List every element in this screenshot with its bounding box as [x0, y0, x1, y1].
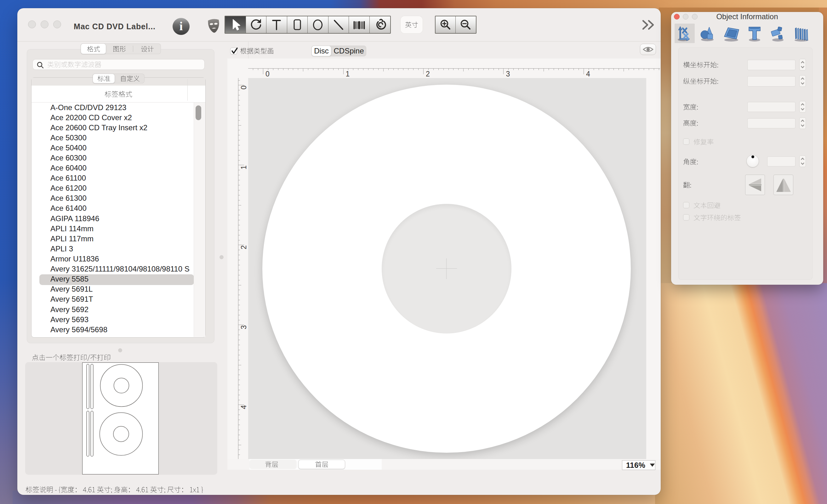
svg-text:0: 0 — [240, 86, 248, 90]
svg-text:4: 4 — [240, 405, 248, 409]
svg-text:3: 3 — [240, 325, 248, 329]
svg-text:2: 2 — [426, 70, 430, 78]
svg-text:3: 3 — [506, 70, 510, 78]
svg-text:1: 1 — [346, 70, 350, 78]
svg-text:4: 4 — [586, 70, 590, 78]
svg-text:0: 0 — [265, 70, 270, 78]
svg-text:2: 2 — [240, 245, 248, 249]
svg-text:1: 1 — [240, 165, 248, 170]
